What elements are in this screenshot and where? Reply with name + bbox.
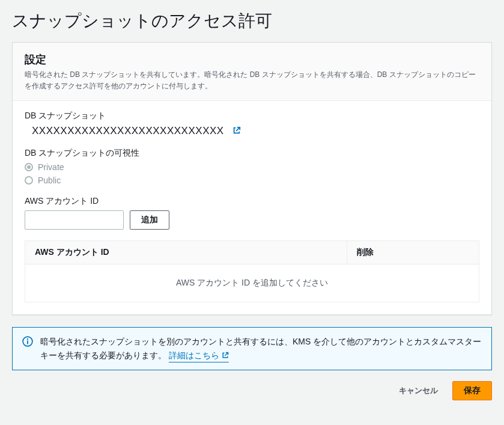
table-col-delete: 削除 <box>347 241 479 264</box>
svg-rect-2 <box>27 341 28 344</box>
visibility-label: DB スナップショットの可視性 <box>25 148 479 159</box>
visibility-public-radio[interactable]: Public <box>25 176 479 185</box>
info-message: 暗号化されたスナップショットを別のアカウントと共有するには、KMS を介して他の… <box>40 337 481 359</box>
radio-icon <box>25 176 33 185</box>
svg-point-1 <box>27 338 28 340</box>
info-icon <box>22 336 33 347</box>
snapshot-name: XXXXXXXXXXXXXXXXXXXXXXXXXXX <box>32 125 224 137</box>
page-title: スナップショットのアクセス許可 <box>12 10 492 32</box>
visibility-private-label: Private <box>38 162 64 172</box>
snapshot-label: DB スナップショット <box>25 111 479 121</box>
settings-header: 設定 暗号化された DB スナップショットを共有しています。暗号化された DB … <box>13 43 491 101</box>
info-link-label: 詳細はこちら <box>169 349 219 362</box>
table-header-row: AWS アカウント ID 削除 <box>25 241 479 264</box>
settings-heading: 設定 <box>25 52 479 67</box>
info-learn-more-link[interactable]: 詳細はこちら <box>169 349 229 362</box>
snapshot-external-link[interactable] <box>232 126 241 136</box>
save-button[interactable]: 保存 <box>452 381 492 400</box>
table-empty-message: AWS アカウント ID を追加してください <box>25 264 479 302</box>
settings-panel: 設定 暗号化された DB スナップショットを共有しています。暗号化された DB … <box>12 42 492 315</box>
radio-icon <box>25 163 33 171</box>
visibility-field: DB スナップショットの可視性 Private Public <box>25 148 479 185</box>
add-account-button[interactable]: 追加 <box>130 210 169 230</box>
external-link-icon <box>232 126 241 135</box>
account-id-input[interactable] <box>25 210 124 230</box>
visibility-public-label: Public <box>38 176 61 185</box>
visibility-private-radio[interactable]: Private <box>25 162 479 172</box>
accounts-table: AWS アカウント ID 削除 AWS アカウント ID を追加してください <box>25 240 479 302</box>
footer-actions: キャンセル 保存 <box>12 381 492 400</box>
cancel-button[interactable]: キャンセル <box>389 385 448 396</box>
account-id-field: AWS アカウント ID 追加 <box>25 196 479 230</box>
settings-body: DB スナップショット XXXXXXXXXXXXXXXXXXXXXXXXXXX … <box>13 101 491 314</box>
external-link-icon <box>222 352 229 359</box>
account-id-label: AWS アカウント ID <box>25 196 479 207</box>
settings-description: 暗号化された DB スナップショットを共有しています。暗号化された DB スナッ… <box>25 69 479 92</box>
info-text: 暗号化されたスナップショットを別のアカウントと共有するには、KMS を介して他の… <box>40 335 482 362</box>
kms-info-alert: 暗号化されたスナップショットを別のアカウントと共有するには、KMS を介して他の… <box>12 327 492 370</box>
snapshot-field: DB スナップショット XXXXXXXXXXXXXXXXXXXXXXXXXXX <box>25 111 479 137</box>
table-col-id: AWS アカウント ID <box>25 241 347 264</box>
